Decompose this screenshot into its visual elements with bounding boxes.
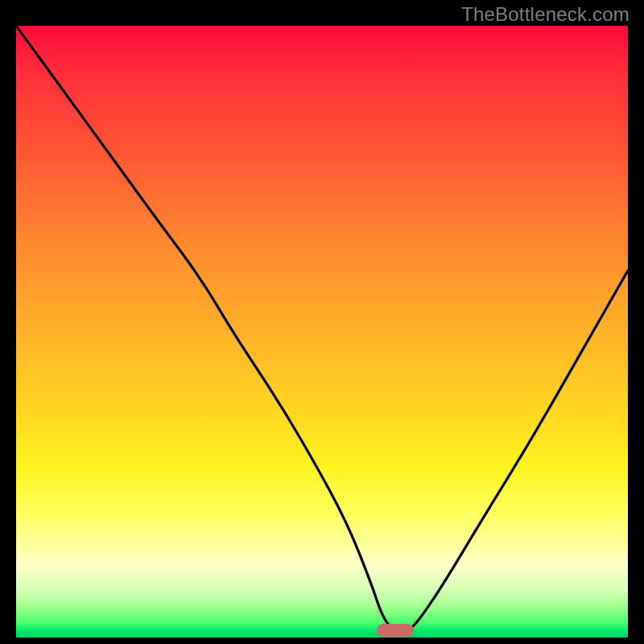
- optimal-marker: [377, 624, 414, 637]
- plot-area: [16, 26, 628, 638]
- watermark-text: TheBottleneck.com: [461, 3, 630, 26]
- curve-path: [16, 26, 628, 631]
- chart-frame: TheBottleneck.com: [0, 0, 644, 644]
- bottleneck-curve: [16, 26, 628, 638]
